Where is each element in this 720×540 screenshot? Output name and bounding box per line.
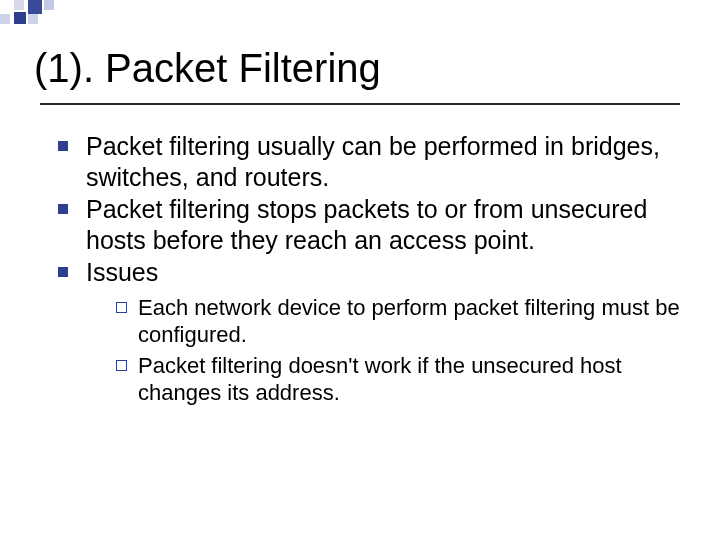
bullet-item: Packet filtering stops packets to or fro… [58, 194, 680, 255]
sub-bullet-item: Packet filtering doesn't work if the uns… [116, 352, 680, 407]
main-bullet-list: Packet filtering usually can be performe… [40, 131, 680, 407]
slide-content: (1). Packet Filtering Packet filtering u… [0, 0, 720, 540]
slide-title: (1). Packet Filtering [34, 46, 680, 101]
sub-bullet-text: Packet filtering doesn't work if the uns… [138, 353, 622, 405]
bullet-text: Packet filtering usually can be performe… [86, 132, 660, 191]
bullet-item: Issues Each network device to perform pa… [58, 257, 680, 407]
sub-bullet-list: Each network device to perform packet fi… [86, 294, 680, 407]
sub-bullet-text: Each network device to perform packet fi… [138, 295, 680, 347]
bullet-item: Packet filtering usually can be performe… [58, 131, 680, 192]
bullet-text: Issues [86, 258, 158, 286]
bullet-text: Packet filtering stops packets to or fro… [86, 195, 647, 254]
sub-bullet-item: Each network device to perform packet fi… [116, 294, 680, 349]
title-underline [40, 103, 680, 105]
